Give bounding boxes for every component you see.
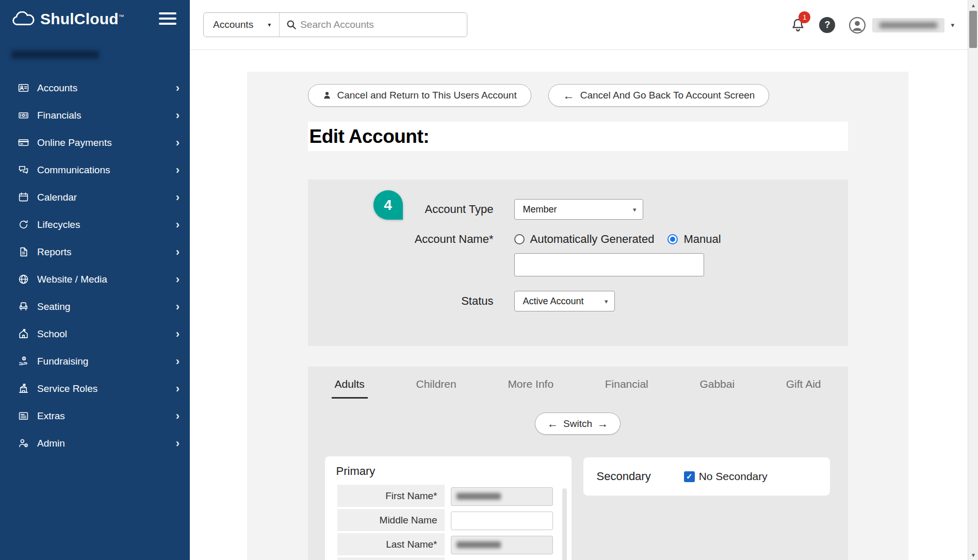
hamburger-menu-icon[interactable]	[159, 12, 176, 25]
switch-button[interactable]: ← Switch →	[535, 413, 621, 435]
chevron-right-icon: ›	[176, 383, 180, 394]
sidebar-item-extras[interactable]: Extras ›	[0, 402, 190, 430]
back-arrow-icon: ←	[547, 418, 558, 429]
tab-children[interactable]: Children	[413, 378, 460, 399]
sidebar-item-communications[interactable]: Communications ›	[0, 156, 190, 184]
chevron-right-icon: ›	[176, 438, 180, 449]
status-label: Status	[308, 294, 514, 308]
radio-unchecked-icon	[514, 234, 525, 244]
tab-gabbai[interactable]: Gabbai	[696, 378, 738, 399]
tab-more-info[interactable]: More Info	[504, 378, 557, 399]
cloud-logo-icon	[11, 11, 35, 27]
caret-down-icon: ▾	[605, 298, 608, 305]
first-name-input[interactable]	[451, 487, 553, 506]
sidebar-item-service-roles[interactable]: Service Roles ›	[0, 375, 190, 402]
page-title: Edit Account:	[308, 126, 430, 147]
account-type-label: Account Type	[308, 203, 514, 216]
middle-name-label: Middle Name	[337, 509, 445, 532]
account-name-input[interactable]	[514, 253, 704, 276]
page-scrollbar: ▲ ▼	[968, 0, 978, 560]
logo-text: ShulCloud™	[40, 10, 124, 28]
user-menu[interactable]: ▾	[849, 17, 954, 34]
radio-manual[interactable]: Manual	[667, 233, 721, 246]
accounts-icon	[18, 83, 29, 94]
account-type-select[interactable]: Member ▾	[514, 199, 643, 220]
tab-financial[interactable]: Financial	[602, 378, 651, 399]
sidebar-item-financials[interactable]: Financials ›	[0, 102, 190, 129]
notifications-button[interactable]: 1	[790, 18, 806, 33]
sidebar-item-seating[interactable]: Seating ›	[0, 293, 190, 320]
seating-icon	[18, 301, 29, 312]
sidebar-item-reports[interactable]: Reports ›	[0, 238, 190, 266]
help-button[interactable]: ?	[819, 17, 835, 33]
redacted-value	[457, 493, 501, 500]
scroll-down-arrow[interactable]: ▼	[968, 550, 978, 560]
table-row: Middle Name	[337, 508, 558, 533]
tab-strip: Adults Children More Info Financial Gabb…	[308, 367, 848, 399]
avatar-icon	[849, 17, 866, 34]
middle-name-input[interactable]	[451, 512, 553, 530]
sidebar-item-school[interactable]: School ›	[0, 320, 190, 348]
fundraising-icon	[18, 356, 29, 367]
sidebar-item-lifecycles[interactable]: Lifecycles ›	[0, 211, 190, 238]
chevron-right-icon: ›	[176, 192, 180, 203]
person-icon	[322, 91, 332, 100]
tab-gift-aid[interactable]: Gift Aid	[783, 378, 824, 399]
tab-adults[interactable]: Adults	[332, 378, 368, 399]
primary-card-title: Primary	[325, 456, 572, 484]
primary-adult-card: Primary First Name* Middle Name Last Nam…	[325, 456, 572, 560]
cancel-back-account-button[interactable]: ← Cancel And Go Back To Account Screen	[548, 84, 770, 107]
card-scrollbar[interactable]	[562, 488, 567, 560]
topbar-actions: 1 ? ▾	[790, 0, 954, 50]
website-icon	[18, 274, 29, 285]
search-icon	[286, 19, 297, 30]
table-row: Last Name*	[337, 533, 558, 557]
last-name-input[interactable]	[451, 536, 553, 554]
secondary-adult-card: Secondary ✓ No Secondary	[583, 457, 830, 496]
step-marker-4: 4	[373, 190, 403, 220]
service-roles-icon	[18, 383, 29, 394]
search-scope-select[interactable]: Accounts ▾	[204, 13, 280, 37]
sidebar-item-calendar[interactable]: Calendar ›	[0, 184, 190, 211]
chevron-right-icon: ›	[176, 83, 180, 94]
checkbox-checked-icon: ✓	[684, 471, 695, 482]
account-form-panel: 4 Account Type Member ▾ Account Name* Au…	[308, 179, 848, 346]
sidebar-item-fundraising[interactable]: Fundraising ›	[0, 348, 190, 375]
scrollbar-thumb[interactable]	[969, 11, 977, 48]
search-input[interactable]	[300, 19, 467, 30]
radio-automatically-generated[interactable]: Automatically Generated	[514, 233, 655, 246]
secondary-card-title: Secondary	[597, 470, 651, 483]
table-row: First Name*	[337, 484, 558, 508]
sidebar-item-admin[interactable]: Admin ›	[0, 430, 190, 457]
status-select[interactable]: Active Account ▾	[514, 291, 615, 311]
extras-icon	[18, 410, 29, 422]
chevron-right-icon: ›	[176, 246, 180, 258]
sidebar-item-online-payments[interactable]: Online Payments ›	[0, 129, 190, 156]
page-title-bar: Edit Account:	[308, 122, 848, 151]
table-row-partial	[337, 557, 558, 560]
chevron-right-icon: ›	[176, 328, 180, 340]
redacted-value	[457, 541, 501, 548]
sidebar: ShulCloud™ Accounts › Financials › Onlin…	[0, 0, 190, 560]
sidebar-nav: Accounts › Financials › Online Payments …	[0, 74, 190, 457]
back-arrow-icon: ←	[563, 90, 575, 102]
account-search-control: Accounts ▾	[203, 12, 467, 37]
main-content: Cancel and Return to This Users Account …	[190, 50, 968, 560]
topbar: Accounts ▾ 1 ? ▾	[190, 0, 968, 50]
account-name-label: Account Name*	[308, 233, 514, 246]
sidebar-item-accounts[interactable]: Accounts ›	[0, 74, 190, 102]
school-icon	[18, 328, 29, 340]
scroll-up-arrow[interactable]: ▲	[968, 0, 978, 10]
cancel-return-user-button[interactable]: Cancel and Return to This Users Account	[308, 84, 531, 107]
caret-down-icon: ▾	[951, 21, 954, 29]
lifecycles-icon	[18, 219, 29, 230]
chevron-right-icon: ›	[176, 274, 180, 285]
caret-down-icon: ▾	[633, 206, 637, 213]
page-panel: Cancel and Return to This Users Account …	[247, 72, 908, 560]
reports-icon	[18, 246, 29, 258]
first-name-label: First Name*	[337, 485, 445, 508]
sidebar-item-website-media[interactable]: Website / Media ›	[0, 266, 190, 293]
top-action-buttons: Cancel and Return to This Users Account …	[308, 84, 848, 107]
no-secondary-toggle[interactable]: ✓ No Secondary	[684, 470, 768, 483]
chevron-right-icon: ›	[176, 410, 180, 422]
